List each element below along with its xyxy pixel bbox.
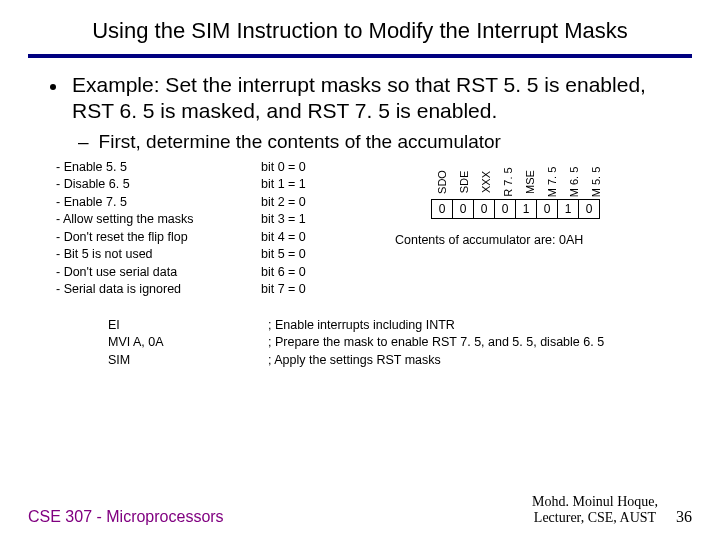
list-item: bit 3 = 1 bbox=[261, 211, 381, 229]
author-line: Lecturer, CSE, AUST bbox=[532, 510, 658, 526]
title-divider bbox=[28, 54, 692, 58]
footer-right: Mohd. Moinul Hoque, Lecturer, CSE, AUST … bbox=[532, 494, 692, 526]
list-item: bit 1 = 1 bbox=[261, 176, 381, 194]
bullet-dot-icon bbox=[50, 84, 56, 90]
list-item: bit 7 = 0 bbox=[261, 281, 381, 299]
bit-box: 0 bbox=[473, 199, 495, 219]
list-item: - Enable 7. 5 bbox=[56, 194, 251, 212]
accumulator-caption: Contents of accumulator are: 0AH bbox=[395, 233, 692, 247]
enable-disable-list: - Enable 5. 5 - Disable 6. 5 - Enable 7.… bbox=[56, 159, 251, 299]
list-item: - Don't use serial data bbox=[56, 264, 251, 282]
bits-list: bit 0 = 0 bit 1 = 1 bit 2 = 0 bit 3 = 1 … bbox=[251, 159, 381, 299]
code-line: ; Enable interrupts including INTR bbox=[268, 317, 604, 335]
bit-label: M 5. 5 bbox=[579, 171, 613, 193]
accumulator-area: SDO SDE XXX R 7. 5 MSE M 7. 5 M 6. 5 M 5… bbox=[381, 159, 692, 299]
course-code: CSE 307 - Microprocessors bbox=[28, 508, 224, 526]
code-instructions: EI MVI A, 0A SIM bbox=[108, 317, 268, 370]
sub-bullet-row: – First, determine the contents of the a… bbox=[78, 131, 692, 153]
author-block: Mohd. Moinul Hoque, Lecturer, CSE, AUST bbox=[532, 494, 658, 526]
list-item: - Serial data is ignored bbox=[56, 281, 251, 299]
author-line: Mohd. Moinul Hoque, bbox=[532, 494, 658, 510]
code-line: ; Apply the settings RST masks bbox=[268, 352, 604, 370]
sub-text: First, determine the contents of the acc… bbox=[99, 131, 501, 153]
bit-box: 0 bbox=[452, 199, 474, 219]
example-text: Example: Set the interrupt masks so that… bbox=[72, 72, 692, 125]
list-item: - Disable 6. 5 bbox=[56, 176, 251, 194]
dash-icon: – bbox=[78, 131, 89, 153]
code-line: ; Prepare the mask to enable RST 7. 5, a… bbox=[268, 334, 604, 352]
code-line: EI bbox=[108, 317, 268, 335]
bit-labels-row: SDO SDE XXX R 7. 5 MSE M 7. 5 M 6. 5 M 5… bbox=[431, 165, 692, 199]
list-item: - Enable 5. 5 bbox=[56, 159, 251, 177]
footer: CSE 307 - Microprocessors Mohd. Moinul H… bbox=[28, 494, 692, 526]
bit-box: 0 bbox=[578, 199, 600, 219]
list-item: bit 2 = 0 bbox=[261, 194, 381, 212]
slide-title: Using the SIM Instruction to Modify the … bbox=[28, 18, 692, 44]
list-item: bit 4 = 0 bbox=[261, 229, 381, 247]
bit-box: 1 bbox=[557, 199, 579, 219]
bit-box: 0 bbox=[536, 199, 558, 219]
list-item: - Allow setting the masks bbox=[56, 211, 251, 229]
code-comments: ; Enable interrupts including INTR ; Pre… bbox=[268, 317, 604, 370]
body-area: Example: Set the interrupt masks so that… bbox=[28, 72, 692, 369]
page-number: 36 bbox=[676, 508, 692, 526]
code-block: EI MVI A, 0A SIM ; Enable interrupts inc… bbox=[108, 317, 692, 370]
bit-boxes-row: 0 0 0 0 1 0 1 0 bbox=[431, 199, 692, 219]
list-item: bit 5 = 0 bbox=[261, 246, 381, 264]
list-item: - Bit 5 is not used bbox=[56, 246, 251, 264]
slide: Using the SIM Instruction to Modify the … bbox=[0, 0, 720, 540]
bullet-row-1: Example: Set the interrupt masks so that… bbox=[50, 72, 692, 125]
bit-box: 0 bbox=[494, 199, 516, 219]
list-item: bit 0 = 0 bbox=[261, 159, 381, 177]
list-item: bit 6 = 0 bbox=[261, 264, 381, 282]
bit-box: 1 bbox=[515, 199, 537, 219]
list-item: - Don't reset the flip flop bbox=[56, 229, 251, 247]
code-line: MVI A, 0A bbox=[108, 334, 268, 352]
bit-box: 0 bbox=[431, 199, 453, 219]
code-line: SIM bbox=[108, 352, 268, 370]
three-col: - Enable 5. 5 - Disable 6. 5 - Enable 7.… bbox=[50, 159, 692, 299]
